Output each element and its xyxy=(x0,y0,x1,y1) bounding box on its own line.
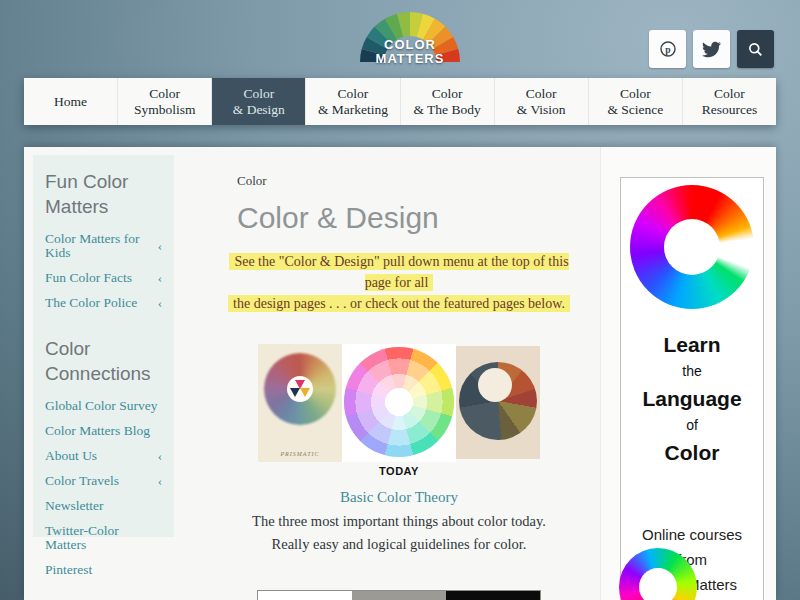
pinterest-button[interactable]: p xyxy=(649,30,686,68)
banner-line-language: Language xyxy=(621,385,763,412)
logo-wordmark: COLOR MATTERS xyxy=(358,38,462,66)
banner-line-of: of xyxy=(621,412,763,439)
chevron-left-icon: ‹ xyxy=(158,296,162,310)
today-label: TODAY xyxy=(215,465,583,477)
feature-line-2: Really easy and logical guidelines for c… xyxy=(272,536,527,552)
prismatic-caption: PRISMATIC xyxy=(258,451,342,457)
notice-line-1: See the "Color & Design" pull down menu … xyxy=(229,253,568,291)
nav-item-color-marketing[interactable]: Color& Marketing xyxy=(306,78,400,125)
sidebar-item-about-us[interactable]: About Us ‹ xyxy=(45,449,162,463)
sidebar-item-newsletter[interactable]: Newsletter xyxy=(45,499,162,513)
banner-line-learn: Learn xyxy=(621,331,763,358)
banner-line-the: the xyxy=(621,358,763,385)
sidebar-section-title-connections: Color Connections xyxy=(45,336,162,386)
nav-item-color-resources[interactable]: ColorResources xyxy=(683,78,776,125)
search-button[interactable] xyxy=(737,30,774,68)
twitter-button[interactable] xyxy=(693,30,730,68)
sidebar-item-global-color-survey[interactable]: Global Color Survey xyxy=(45,399,162,413)
navy-triangle xyxy=(290,388,300,397)
color-matters-logo[interactable]: COLOR MATTERS xyxy=(358,10,462,68)
rainbow-c-icon xyxy=(630,185,754,309)
sidebar-item-pinterest[interactable]: Pinterest xyxy=(45,563,162,577)
pinterest-icon: p xyxy=(658,39,678,59)
page-title: Color & Design xyxy=(237,201,583,235)
notice-text: See the "Color & Design" pull down menu … xyxy=(215,251,583,314)
svg-text:p: p xyxy=(665,44,670,55)
content-area: Fun Color Matters Color Matters for Kids… xyxy=(24,147,776,600)
social-buttons: p xyxy=(649,30,774,68)
zebra-panel xyxy=(352,591,446,600)
nav-item-home[interactable]: Home xyxy=(24,78,118,125)
breadcrumb[interactable]: Color xyxy=(237,173,583,189)
right-column: Learn the Language of Color Online cours… xyxy=(600,147,776,600)
basic-color-theory-link[interactable]: Basic Color Theory xyxy=(215,489,583,506)
nav-item-color-science[interactable]: Color& Science xyxy=(589,78,683,125)
nav-item-color-design[interactable]: Color& Design xyxy=(212,78,306,125)
chevron-left-icon: ‹ xyxy=(158,271,162,285)
nav-item-color-symbolism[interactable]: ColorSymbolism xyxy=(118,78,212,125)
gold-triangle xyxy=(300,388,310,397)
notice-line-2: the design pages . . . or check out the … xyxy=(228,295,570,312)
sidebar-item-color-travels[interactable]: Color Travels ‹ xyxy=(45,474,162,488)
black-panel: BLACK xyxy=(446,591,540,600)
antique-wheel-image xyxy=(456,346,540,459)
sidebar-item-color-matters-blog[interactable]: Color Matters Blog xyxy=(45,424,162,438)
course-banner[interactable]: Learn the Language of Color Online cours… xyxy=(620,177,764,600)
rainbow-ring-hole xyxy=(639,568,677,600)
color-wheels-gallery[interactable]: PRISMATIC xyxy=(258,344,540,462)
modern-wheel-art xyxy=(344,347,454,457)
logo-line-2: MATTERS xyxy=(358,52,462,66)
logo-line-1: COLOR xyxy=(358,38,462,52)
twitter-icon xyxy=(702,40,721,59)
main-nav: Home ColorSymbolism Color& Design Color&… xyxy=(24,78,776,125)
white-black-feature-image[interactable]: WHITE BLACK xyxy=(257,590,541,600)
chevron-left-icon: ‹ xyxy=(158,474,162,488)
chevron-left-icon: ‹ xyxy=(158,239,162,253)
sidebar-section-title-fun: Fun Color Matters xyxy=(45,169,162,219)
nav-item-color-vision[interactable]: Color& Vision xyxy=(495,78,589,125)
sidebar-item-twitter-color-matters[interactable]: Twitter-Color Matters xyxy=(45,524,162,552)
feature-description: The three most important things about co… xyxy=(215,510,583,556)
search-icon xyxy=(746,40,765,59)
rainbow-c-hole xyxy=(664,219,720,275)
main-column: Color Color & Design See the "Color & De… xyxy=(215,147,583,600)
sidebar-menu: Fun Color Matters Color Matters for Kids… xyxy=(33,155,174,537)
prismatic-wheel-image: PRISMATIC xyxy=(258,344,342,462)
nav-item-color-the-body[interactable]: Color& The Body xyxy=(401,78,495,125)
sidebar-item-color-matters-for-kids[interactable]: Color Matters for Kids ‹ xyxy=(45,232,162,260)
modern-wheel-image xyxy=(342,344,456,462)
feature-line-1: The three most important things about co… xyxy=(252,513,546,529)
antique-wheel-hole xyxy=(478,368,512,402)
sidebar-item-fun-color-facts[interactable]: Fun Color Facts ‹ xyxy=(45,271,162,285)
white-panel: WHITE xyxy=(258,591,352,600)
page: COLOR MATTERS p Home Color xyxy=(0,0,800,600)
sidebar-item-the-color-police[interactable]: The Color Police ‹ xyxy=(45,296,162,310)
banner-words: Learn the Language of Color xyxy=(621,331,763,466)
banner-footer-line-1: Online courses xyxy=(621,522,763,547)
prismatic-center xyxy=(287,376,313,402)
banner-line-color: Color xyxy=(621,439,763,466)
chevron-left-icon: ‹ xyxy=(158,449,162,463)
